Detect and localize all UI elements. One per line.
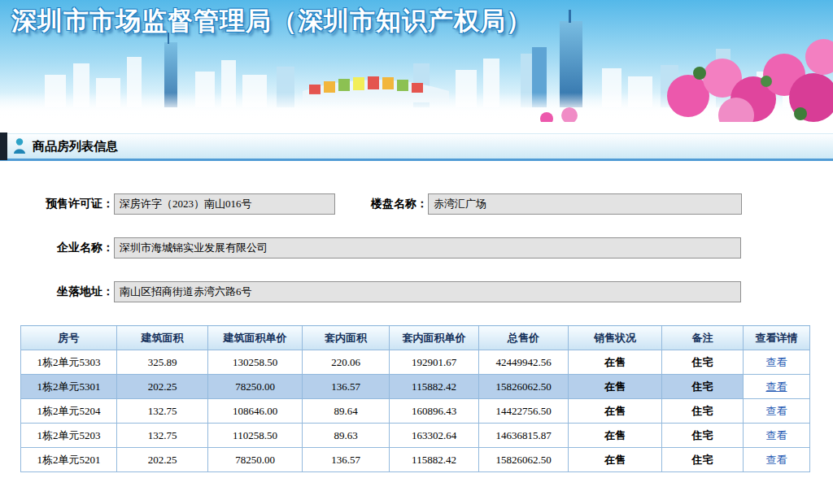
col-header-note: 备注 bbox=[662, 326, 744, 350]
cell-inner-area: 89.64 bbox=[303, 399, 390, 424]
col-header-status: 销售状况 bbox=[569, 326, 662, 350]
cell-inner-unit-price: 115882.42 bbox=[390, 448, 479, 472]
section-header-bar: 商品房列表信息 bbox=[0, 133, 833, 161]
address-value-field: 南山区招商街道赤湾六路6号 bbox=[114, 281, 741, 302]
cell-build-unit-price: 108646.00 bbox=[208, 399, 303, 424]
project-name-field: 赤湾汇广场 bbox=[428, 193, 742, 215]
address-label: 坐落地址： bbox=[0, 285, 114, 299]
cell-room: 1栋2单元5303 bbox=[21, 350, 117, 375]
cell-build-unit-price: 130258.50 bbox=[208, 350, 303, 375]
view-detail-link[interactable]: 查看 bbox=[766, 454, 787, 466]
cell-note: 住宅 bbox=[662, 350, 744, 375]
table-header-row: 房号 建筑面积 建筑面积单价 套内面积 套内面积单价 总售价 销售状况 备注 查… bbox=[21, 326, 810, 350]
cell-view: 查看 bbox=[744, 448, 810, 472]
cell-room: 1栋2单元5201 bbox=[21, 448, 117, 472]
table-row[interactable]: 1栋2单元5201 202.25 78250.00 136.57 115882.… bbox=[21, 448, 810, 472]
cell-build-area: 202.25 bbox=[117, 448, 208, 472]
col-header-inner-area: 套内面积 bbox=[303, 326, 390, 350]
table-row[interactable]: 1栋2单元5204 132.75 108646.00 89.64 160896.… bbox=[21, 399, 810, 424]
cell-note: 住宅 bbox=[662, 399, 744, 424]
cell-total-price: 42449942.56 bbox=[479, 350, 569, 375]
cell-build-area: 202.25 bbox=[117, 375, 208, 399]
table-row[interactable]: 1栋2单元5303 325.89 130258.50 220.06 192901… bbox=[21, 350, 810, 375]
cell-build-area: 132.75 bbox=[117, 399, 208, 424]
col-header-inner-unit-price: 套内面积单价 bbox=[390, 326, 479, 350]
cell-inner-area: 136.57 bbox=[303, 448, 390, 472]
view-detail-link[interactable]: 查看 bbox=[766, 380, 787, 393]
cell-view: 查看 bbox=[744, 350, 810, 375]
cell-inner-unit-price: 160896.43 bbox=[390, 399, 479, 424]
cell-room: 1栋2单元5204 bbox=[21, 399, 117, 424]
cell-build-unit-price: 78250.00 bbox=[208, 375, 303, 399]
cell-note: 住宅 bbox=[662, 375, 744, 399]
cell-total-price: 14422756.50 bbox=[479, 399, 569, 424]
cell-inner-unit-price: 192901.67 bbox=[390, 350, 479, 375]
project-name-label: 楼盘名称： bbox=[335, 197, 428, 211]
cell-status: 在售 bbox=[569, 399, 662, 424]
cell-inner-area: 136.57 bbox=[303, 375, 390, 399]
form-row-address: 坐落地址： 南山区招商街道赤湾六路6号 bbox=[0, 281, 833, 302]
view-detail-link[interactable]: 查看 bbox=[766, 405, 787, 417]
cell-inner-area: 89.63 bbox=[303, 424, 390, 448]
table-row[interactable]: 1栋2单元5301 202.25 78250.00 136.57 115882.… bbox=[21, 375, 810, 399]
project-info-form: 预售许可证： 深房许字（2023）南山016号 楼盘名称： 赤湾汇广场 企业名称… bbox=[0, 193, 833, 302]
view-detail-link[interactable]: 查看 bbox=[766, 356, 787, 368]
cell-room: 1栋2单元5301 bbox=[21, 375, 117, 399]
col-header-build-area: 建筑面积 bbox=[117, 326, 208, 350]
cell-view: 查看 bbox=[744, 375, 810, 399]
col-header-view-detail: 查看详情 bbox=[744, 326, 810, 350]
bar-accent-block bbox=[0, 133, 7, 160]
section-title: 商品房列表信息 bbox=[33, 139, 118, 154]
view-detail-link[interactable]: 查看 bbox=[766, 429, 787, 441]
site-title: 深圳市市场监督管理局（深圳市知识产权局） bbox=[11, 4, 532, 38]
cell-status: 在售 bbox=[569, 375, 662, 399]
cell-view: 查看 bbox=[744, 424, 810, 448]
col-header-build-unit-price: 建筑面积单价 bbox=[208, 326, 303, 350]
cell-build-area: 325.89 bbox=[117, 350, 208, 375]
cell-room: 1栋2单元5203 bbox=[21, 424, 117, 448]
col-header-total-price: 总售价 bbox=[479, 326, 569, 350]
cell-total-price: 15826062.50 bbox=[479, 448, 569, 472]
company-value-field: 深圳市海城锦实业发展有限公司 bbox=[114, 237, 741, 259]
cell-inner-unit-price: 163302.64 bbox=[390, 424, 479, 448]
cell-status: 在售 bbox=[569, 424, 662, 448]
cell-view: 查看 bbox=[744, 399, 810, 424]
company-label: 企业名称： bbox=[0, 241, 114, 255]
site-banner: 深圳市市场监督管理局（深圳市知识产权局） bbox=[0, 0, 833, 122]
cell-inner-area: 220.06 bbox=[303, 350, 390, 375]
col-header-room: 房号 bbox=[21, 326, 117, 350]
form-row-company: 企业名称： 深圳市海城锦实业发展有限公司 bbox=[0, 237, 833, 259]
cell-inner-unit-price: 115882.42 bbox=[390, 375, 479, 399]
permit-value-field: 深房许字（2023）南山016号 bbox=[114, 193, 335, 215]
house-table-body: 1栋2单元5303 325.89 130258.50 220.06 192901… bbox=[21, 350, 810, 472]
cell-total-price: 14636815.87 bbox=[479, 424, 569, 448]
person-icon bbox=[12, 137, 27, 155]
cell-note: 住宅 bbox=[662, 448, 744, 472]
cell-note: 住宅 bbox=[662, 424, 744, 448]
cell-status: 在售 bbox=[569, 350, 662, 375]
cell-build-area: 132.75 bbox=[117, 424, 208, 448]
cell-total-price: 15826062.50 bbox=[479, 375, 569, 399]
cell-build-unit-price: 110258.50 bbox=[208, 424, 303, 448]
cell-build-unit-price: 78250.00 bbox=[208, 448, 303, 472]
form-row-permit-project: 预售许可证： 深房许字（2023）南山016号 楼盘名称： 赤湾汇广场 bbox=[0, 193, 833, 215]
house-list-table: 房号 建筑面积 建筑面积单价 套内面积 套内面积单价 总售价 销售状况 备注 查… bbox=[20, 325, 810, 472]
permit-label: 预售许可证： bbox=[0, 197, 114, 211]
cell-status: 在售 bbox=[569, 448, 662, 472]
table-row[interactable]: 1栋2单元5203 132.75 110258.50 89.63 163302.… bbox=[21, 424, 810, 448]
